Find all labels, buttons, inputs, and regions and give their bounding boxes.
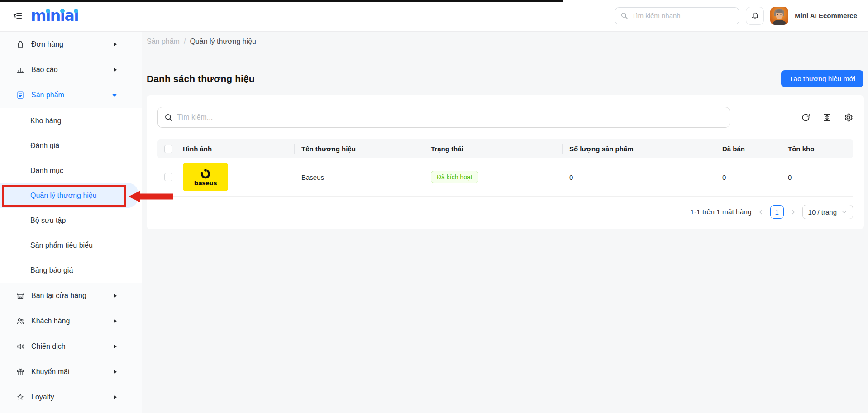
caret-right-icon: [113, 293, 117, 298]
column-header: Trạng thái: [424, 139, 562, 158]
table-search-input[interactable]: [177, 113, 723, 121]
pagination: 1-1 trên 1 mặt hàng 1 10 / trang: [157, 205, 853, 219]
page-size-select[interactable]: 10 / trang: [802, 205, 853, 219]
submenu-item-bộ-sưu-tập[interactable]: Bộ sưu tập: [0, 208, 142, 233]
table-row[interactable]: baseus Baseus Đã kích hoạt 0 0 0: [157, 158, 853, 197]
gift-icon: [16, 367, 25, 376]
browser-artifact-strip: [0, 0, 563, 2]
sidebar-item-label: Đơn hàng: [31, 40, 63, 48]
sidebar-item-báo-cáo[interactable]: Báo cáo: [0, 57, 142, 82]
table-toolbar: [157, 107, 853, 128]
select-all-checkbox-cell: [157, 145, 176, 153]
notifications-button[interactable]: [746, 7, 764, 25]
breadcrumb-separator: /: [184, 38, 186, 46]
status-badge: Đã kích hoạt: [431, 171, 478, 183]
table-search[interactable]: [157, 107, 730, 128]
column-header: Đã bán: [715, 139, 781, 158]
topbar: mınıaı: [0, 0, 868, 32]
brand-logo-image[interactable]: baseus: [183, 163, 228, 191]
bell-icon: [751, 11, 759, 20]
logo-letter-i: ı: [46, 8, 50, 23]
row-density-icon[interactable]: [822, 113, 832, 122]
submenu-item-đánh-giá[interactable]: Đánh giá: [0, 133, 142, 158]
row-checkbox[interactable]: [164, 173, 172, 181]
column-header: Tồn kho: [781, 139, 853, 158]
star-icon: [16, 393, 25, 402]
submenu-item-bảng-báo-giá[interactable]: Bảng báo giá: [0, 258, 142, 283]
table-header-row: Hình ảnhTên thương hiệuTrạng tháiSố lượn…: [157, 139, 853, 158]
submenu-item-quản-lý-thương-hiệu[interactable]: Quản lý thương hiệu: [0, 183, 138, 208]
caret-right-icon: [113, 67, 117, 72]
main-content: Sản phẩm / Quản lý thương hiệu Danh sách…: [142, 32, 868, 413]
column-header: Hình ảnh: [176, 139, 294, 158]
logo-letter: m: [31, 8, 46, 23]
column-header: Số lượng sản phẩm: [562, 139, 715, 158]
topbar-right: Mini AI Ecommerce: [615, 7, 857, 25]
caret-down-icon: [112, 93, 117, 97]
reload-icon[interactable]: [801, 113, 811, 122]
sidebar-item-khách-hàng[interactable]: Khách hàng: [0, 308, 142, 334]
product-icon: [16, 91, 25, 100]
brand-image-cell: baseus: [176, 163, 294, 191]
submenu-item-label: Đánh giá: [30, 142, 59, 150]
create-brand-button[interactable]: Tạo thương hiệu mới: [781, 70, 863, 87]
sidebar-item-label: Loyalty: [31, 393, 54, 401]
sidebar-item-label: Chiến dịch: [31, 342, 66, 351]
campaign-icon: [16, 342, 25, 351]
global-search[interactable]: [615, 7, 739, 24]
row-checkbox-cell: [157, 173, 176, 181]
submenu-item-label: Sản phẩm tiêu biểu: [30, 241, 93, 250]
logo-letter-i: ı: [60, 8, 65, 23]
sidebar-item-bán-tại-cửa-hàng[interactable]: Bán tại cửa hàng: [0, 283, 142, 308]
page-size-value: 10 / trang: [808, 208, 837, 216]
sidebar-item-sản-phẩm[interactable]: Sản phẩm: [0, 82, 142, 108]
app-logo[interactable]: mınıaı: [31, 8, 78, 23]
brand-table-card: Hình ảnhTên thương hiệuTrạng tháiSố lượn…: [147, 95, 864, 229]
bag-icon: [16, 40, 25, 49]
chart-icon: [16, 65, 25, 74]
global-search-input[interactable]: [632, 12, 734, 19]
pagination-summary: 1-1 trên 1 mặt hàng: [690, 208, 751, 216]
submenu-item-sản-phẩm-tiêu-biểu[interactable]: Sản phẩm tiêu biểu: [0, 233, 142, 258]
caret-right-icon: [113, 394, 117, 400]
table-tool-icons: [801, 113, 853, 122]
breadcrumb-parent[interactable]: Sản phẩm: [147, 38, 180, 46]
brand-table: Hình ảnhTên thương hiệuTrạng tháiSố lượn…: [157, 139, 853, 197]
select-all-checkbox[interactable]: [164, 145, 172, 153]
caret-right-icon: [113, 344, 117, 349]
title-row: Danh sách thương hiệu Tạo thương hiệu mớ…: [147, 70, 863, 87]
product-count-cell: 0: [562, 173, 715, 181]
search-icon: [164, 113, 173, 122]
chevron-down-icon: [841, 209, 847, 215]
sidebar-item-label: Khuyến mãi: [31, 368, 70, 376]
user-name: Mini AI Ecommerce: [795, 12, 857, 19]
submenu-item-kho-hàng[interactable]: Kho hàng: [0, 108, 142, 133]
submenu-item-label: Kho hàng: [30, 117, 62, 125]
stock-count-cell: 0: [781, 173, 853, 181]
sidebar-item-chiến-dịch[interactable]: Chiến dịch: [0, 334, 142, 359]
submenu-item-label: Danh mục: [30, 167, 63, 175]
product-submenu: Kho hàngĐánh giáDanh mụcQuản lý thương h…: [0, 108, 142, 283]
brand-status-cell: Đã kích hoạt: [424, 171, 562, 183]
sidebar: Đơn hàngBáo cáoSản phẩmKho hàngĐánh giáD…: [0, 32, 142, 413]
column-settings-icon[interactable]: [844, 113, 853, 122]
prev-page-icon[interactable]: [758, 209, 764, 216]
next-page-icon[interactable]: [790, 209, 796, 216]
customers-icon: [16, 317, 25, 326]
submenu-item-danh-mục[interactable]: Danh mục: [0, 158, 142, 183]
sidebar-item-label: Báo cáo: [31, 66, 58, 74]
sidebar-item-loyalty[interactable]: Loyalty: [0, 384, 142, 410]
caret-right-icon: [113, 42, 117, 47]
user-avatar[interactable]: [770, 7, 788, 25]
search-icon: [620, 12, 628, 19]
submenu-item-label: Bảng báo giá: [30, 266, 73, 274]
sidebar-item-khuyến-mãi[interactable]: Khuyến mãi: [0, 359, 142, 384]
sold-count-cell: 0: [715, 173, 781, 181]
page-title: Danh sách thương hiệu: [147, 73, 255, 84]
sidebar-item-đơn-hàng[interactable]: Đơn hàng: [0, 32, 142, 57]
brand-logo-text: baseus: [194, 180, 217, 186]
submenu-item-label: Quản lý thương hiệu: [30, 192, 97, 200]
page-number-button[interactable]: 1: [770, 205, 784, 219]
sidebar-collapse-icon[interactable]: [11, 9, 24, 23]
sidebar-item-label: Sản phẩm: [31, 91, 64, 99]
